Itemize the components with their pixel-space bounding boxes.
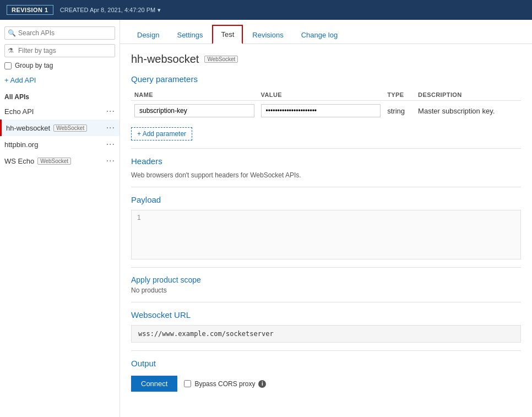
param-value-input[interactable]	[261, 104, 381, 117]
query-params-header: Query parameters	[131, 74, 521, 84]
group-by-tag[interactable]: Group by tag	[0, 59, 120, 72]
output-label: Output	[131, 359, 521, 368]
col-name: NAME	[131, 89, 258, 101]
headers-info: Web browsers don't support headers for W…	[131, 171, 521, 179]
output-section: Output	[131, 359, 521, 368]
info-icon[interactable]: i	[258, 380, 266, 388]
divider-5	[131, 350, 521, 351]
more-icon-echo[interactable]: ···	[106, 107, 115, 116]
param-type: string	[384, 101, 415, 121]
search-container: 🔍	[4, 26, 115, 40]
sidebar-item-httpbin[interactable]: httpbin.org ···	[0, 136, 120, 153]
top-bar: REVISION 1 CREATED Apr 8, 2021, 4:47:20 …	[0, 0, 532, 20]
scroll-content: hh-websocket WebSocket Query parameters …	[120, 44, 532, 417]
filter-icon: ⚗	[8, 47, 14, 55]
bypass-cors-checkbox[interactable]	[184, 380, 191, 387]
payload-header: Payload	[131, 195, 521, 204]
api-badge: WebSocket	[204, 56, 238, 63]
tab-changelog[interactable]: Change log	[293, 26, 346, 44]
no-products: No products	[131, 286, 521, 294]
connect-row: Connect Bypass CORS proxy i	[131, 376, 521, 392]
table-row: string Master subscription key.	[131, 101, 521, 121]
more-icon-httpbin[interactable]: ···	[106, 140, 115, 149]
search-icon: 🔍	[8, 29, 16, 37]
filter-input[interactable]	[4, 44, 115, 57]
more-icon-hh[interactable]: ···	[106, 123, 115, 132]
divider-4	[131, 302, 521, 302]
tab-test[interactable]: Test	[212, 25, 243, 44]
api-title: hh-websocket	[131, 53, 199, 66]
scope-section: Apply product scope No products	[131, 275, 521, 294]
websocket-badge-wsecho: WebSocket	[37, 158, 71, 165]
websocket-url-header: Websocket URL	[131, 310, 521, 319]
headers-header: Headers	[131, 156, 521, 166]
sidebar-item-echo-api[interactable]: Echo API ···	[0, 103, 120, 120]
websocket-url-box: wss://www.example.com/socketserver	[131, 325, 521, 343]
param-description: Master subscription key.	[415, 101, 521, 121]
main-layout: 🔍 ⚗ Group by tag + Add API All APIs Echo…	[0, 20, 532, 417]
param-name-input[interactable]	[134, 104, 254, 117]
created-info: CREATED Apr 8, 2021, 4:47:20 PM ▾	[60, 7, 161, 14]
api-title-row: hh-websocket WebSocket	[131, 53, 521, 66]
tab-settings[interactable]: Settings	[169, 26, 211, 44]
tab-design[interactable]: Design	[129, 26, 167, 44]
sidebar-item-hh-websocket[interactable]: hh-websocket WebSocket ···	[0, 120, 120, 136]
filter-container: ⚗	[4, 44, 115, 57]
payload-box[interactable]: 1	[131, 210, 521, 259]
revision-badge: REVISION 1	[7, 5, 53, 15]
scope-label: Apply product scope	[131, 275, 521, 284]
divider-2	[131, 187, 521, 187]
content-area: Design Settings Test Revisions Change lo…	[120, 20, 532, 417]
col-description: DESCRIPTION	[415, 89, 521, 101]
add-api-button[interactable]: + Add API	[0, 72, 120, 89]
col-type: TYPE	[384, 89, 415, 101]
chevron-down-icon[interactable]: ▾	[158, 7, 161, 14]
tab-bar: Design Settings Test Revisions Change lo…	[120, 20, 532, 44]
connect-button[interactable]: Connect	[131, 376, 177, 392]
col-value: VALUE	[258, 89, 384, 101]
sidebar: 🔍 ⚗ Group by tag + Add API All APIs Echo…	[0, 20, 120, 417]
divider-1	[131, 148, 521, 149]
divider-3	[131, 267, 521, 268]
bypass-label[interactable]: Bypass CORS proxy i	[184, 380, 266, 388]
params-table: NAME VALUE TYPE DESCRIPTION string Maste…	[131, 89, 521, 121]
more-icon-wsecho[interactable]: ···	[106, 156, 115, 165]
websocket-badge: WebSocket	[53, 124, 87, 132]
add-param-button[interactable]: + Add parameter	[131, 127, 192, 140]
group-by-checkbox[interactable]	[4, 62, 12, 69]
sidebar-item-ws-echo[interactable]: WS Echo WebSocket ···	[0, 153, 120, 169]
tab-revisions[interactable]: Revisions	[244, 26, 291, 44]
search-input[interactable]	[4, 26, 115, 40]
all-apis-label: All APIs	[0, 89, 120, 103]
